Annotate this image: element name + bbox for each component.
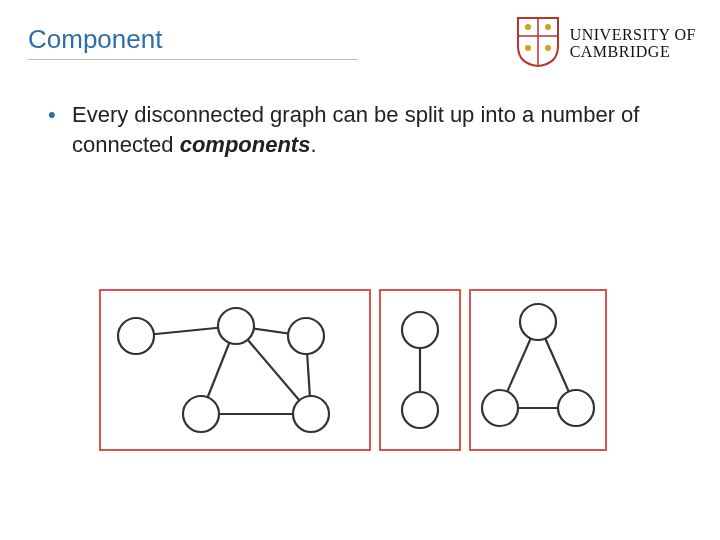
slide-title: Component — [28, 24, 358, 60]
svg-point-12 — [118, 318, 154, 354]
svg-point-24 — [482, 390, 518, 426]
svg-point-18 — [402, 312, 438, 348]
svg-point-3 — [545, 24, 551, 30]
university-line2: CAMBRIDGE — [570, 44, 696, 61]
graph-figure — [96, 286, 616, 460]
bullet-text-emph: components — [180, 132, 311, 157]
crest-icon — [516, 16, 560, 72]
bullet-text-suffix: . — [310, 132, 316, 157]
svg-point-13 — [218, 308, 254, 344]
slide: Component UNIVERSITY OF CAMBRIDGE Every … — [0, 0, 720, 540]
svg-point-15 — [183, 396, 219, 432]
svg-point-19 — [402, 392, 438, 428]
slide-body: Every disconnected graph can be split up… — [48, 100, 680, 159]
university-name: UNIVERSITY OF CAMBRIDGE — [570, 27, 696, 61]
bullet-item: Every disconnected graph can be split up… — [48, 100, 680, 159]
svg-point-4 — [525, 45, 531, 51]
svg-point-16 — [293, 396, 329, 432]
svg-point-14 — [288, 318, 324, 354]
svg-point-2 — [525, 24, 531, 30]
bullet-text-prefix: Every disconnected graph can be split up… — [72, 102, 639, 157]
svg-point-23 — [520, 304, 556, 340]
university-line1: UNIVERSITY OF — [570, 27, 696, 44]
university-logo: UNIVERSITY OF CAMBRIDGE — [516, 16, 696, 72]
svg-point-5 — [545, 45, 551, 51]
svg-point-25 — [558, 390, 594, 426]
